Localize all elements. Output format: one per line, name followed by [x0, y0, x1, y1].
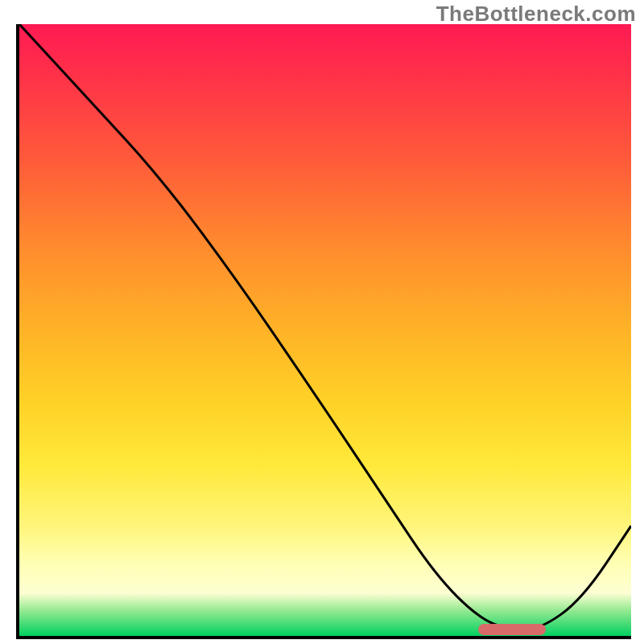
plot-area — [16, 24, 631, 639]
chart-container: TheBottleneck.com — [0, 0, 644, 644]
watermark-text: TheBottleneck.com — [436, 2, 636, 27]
bottleneck-curve — [19, 24, 631, 636]
optimal-range-marker — [478, 624, 546, 635]
